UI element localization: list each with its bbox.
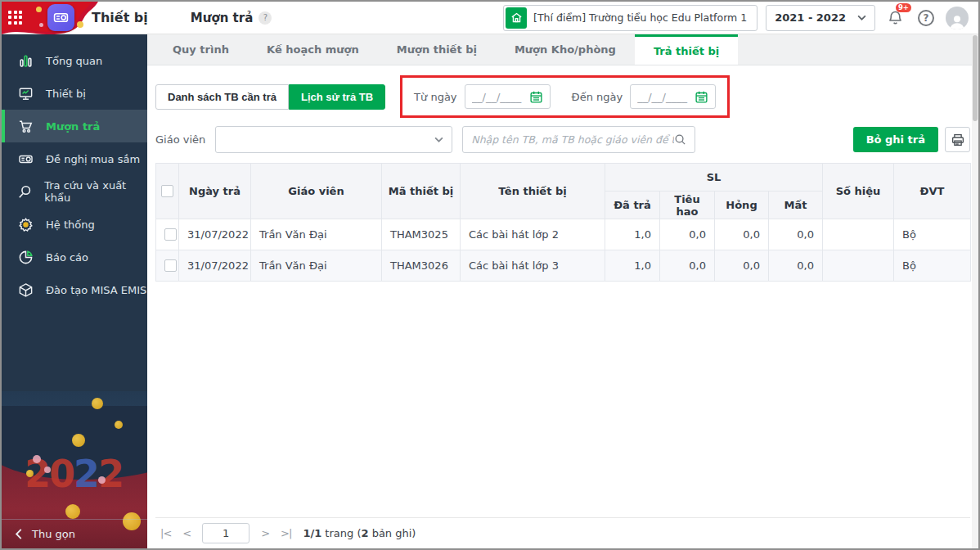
cell-broken: 0,0 [715, 250, 769, 282]
col-so-hieu: Số hiệu [823, 164, 894, 219]
prev-page-button[interactable]: < [182, 527, 191, 539]
first-page-button[interactable]: |< [160, 527, 171, 539]
coin-decor [72, 434, 85, 447]
notification-bell-button[interactable]: 9+ [883, 7, 906, 29]
tab-tra-thiet-bi[interactable]: Trả thiết bị [635, 34, 738, 65]
col-da-tra: Đã trả [605, 192, 660, 219]
page-number-input[interactable]: 1 [202, 523, 249, 543]
page-help-icon[interactable]: ? [258, 11, 272, 25]
from-date-input[interactable] [472, 91, 523, 103]
school-year-value: 2021 - 2022 [775, 11, 846, 24]
collapse-label: Thu gọn [32, 528, 75, 540]
row-checkbox[interactable] [164, 228, 177, 241]
table-row[interactable]: 31/07/2022 Trần Văn Đại THAM3025 Các bài… [156, 219, 971, 250]
content-spacer [155, 282, 970, 517]
chevron-down-icon [434, 137, 443, 142]
tab-label: Mượn Kho/phòng [515, 43, 616, 56]
topbar: Thiết bị Mượn trả ? [Thí điểm] Trường ti… [2, 2, 978, 34]
from-date-field[interactable] [465, 84, 551, 109]
main-area: Quy trình Kế hoạch mượn Mượn thiết bị Mư… [147, 34, 978, 548]
tab-ke-hoach-muon[interactable]: Kế hoạch mượn [248, 34, 378, 65]
sidebar-item-he-thong[interactable]: Hệ thống [2, 208, 147, 241]
col-ngay-tra: Ngày trả [179, 164, 251, 219]
select-all-header [156, 164, 179, 219]
table-row[interactable]: 31/07/2022 Trần Văn Đại THAM3026 Các bài… [156, 250, 971, 282]
tab-quy-trinh[interactable]: Quy trình [154, 34, 248, 65]
tab-label: Quy trình [173, 43, 229, 56]
row-checkbox[interactable] [164, 259, 177, 272]
pagination-bar: |< < 1 > >| 1/1 trang (2 bản ghi) [155, 517, 970, 548]
sidebar-item-tra-cuu[interactable]: Tra cứu và xuất khẩu [2, 175, 147, 208]
scrollbar-thumb[interactable] [973, 35, 978, 121]
blossom-decor [33, 455, 41, 463]
printer-icon [951, 133, 965, 147]
sidebar-item-label: Mượn trả [46, 120, 100, 133]
tab-muon-kho-phong[interactable]: Mượn Kho/phòng [496, 34, 635, 65]
last-page-button[interactable]: >| [281, 527, 291, 539]
tabbar: Quy trình Kế hoạch mượn Mượn thiết bị Mư… [147, 34, 978, 65]
projector-glyph [53, 10, 69, 25]
cell-consumed: 0,0 [660, 250, 715, 282]
blossom-decor [98, 476, 106, 484]
search-icon[interactable] [674, 133, 686, 146]
sidebar-item-muon-tra[interactable]: Mượn trả [2, 110, 147, 142]
from-date-group: Từ ngày [414, 84, 550, 109]
sidebar-collapse-button[interactable]: Thu gọn [2, 519, 147, 548]
col-tieu-hao: Tiêu hao [660, 192, 715, 219]
pagination-summary: 1/1 trang (2 bản ghi) [303, 527, 416, 539]
search-input[interactable] [471, 133, 674, 146]
cube-icon [16, 282, 35, 298]
tab-content: Danh sách TB cần trả Lịch sử trả TB Từ n… [147, 65, 978, 548]
cell-date: 31/07/2022 [179, 250, 251, 282]
list-to-return-button[interactable]: Danh sách TB cần trả [155, 84, 289, 110]
col-sl-group: SL [605, 164, 823, 192]
chevron-down-icon [857, 15, 866, 20]
cell-teacher: Trần Văn Đại [251, 219, 382, 250]
cancel-return-button[interactable]: Bỏ ghi trả [853, 127, 938, 152]
person-icon [948, 13, 966, 29]
cell-returned: 1,0 [605, 219, 660, 250]
page-info: 1/1 [303, 527, 321, 539]
sidebar-item-de-nghi-mua-sam[interactable]: Đề nghị mua sắm [2, 142, 147, 175]
coin-decor [65, 504, 80, 519]
tab-muon-thiet-bi[interactable]: Mượn thiết bị [378, 34, 496, 65]
cell-serial [823, 219, 894, 250]
blossom-decor [44, 467, 51, 473]
help-button[interactable]: ? [915, 7, 937, 29]
calendar-icon[interactable] [695, 90, 708, 104]
app-title: Thiết bị [92, 10, 148, 25]
cell-broken: 0,0 [715, 219, 769, 250]
vertical-scrollbar[interactable] [972, 34, 978, 548]
to-date-input[interactable] [637, 91, 688, 103]
actions-right: Bỏ ghi trả [853, 127, 970, 152]
search-box[interactable] [462, 126, 695, 153]
return-history-button[interactable]: Lịch sử trả TB [289, 84, 385, 110]
sidebar-item-bao-cao[interactable]: Báo cáo [2, 241, 147, 273]
teacher-dropdown[interactable] [215, 126, 452, 153]
cell-unit: Bộ [894, 250, 971, 282]
record-count: 2 [361, 527, 368, 539]
view-segmented-control: Danh sách TB cần trả Lịch sử trả TB [155, 84, 385, 110]
sidebar-item-tong-quan[interactable]: Tổng quan [2, 44, 147, 77]
school-year-dropdown[interactable]: 2021 - 2022 [766, 5, 875, 31]
to-date-field[interactable] [630, 84, 716, 109]
next-page-button[interactable]: > [261, 527, 269, 539]
school-selector[interactable]: [Thí điểm] Trường tiểu học Edu Platform … [503, 5, 757, 31]
col-mat: Mất [769, 192, 823, 219]
tab-label: Mượn thiết bị [397, 43, 477, 56]
topbar-right: [Thí điểm] Trường tiểu học Edu Platform … [503, 5, 978, 31]
sidebar-item-label: Thiết bị [46, 88, 86, 100]
question-icon: ? [918, 10, 934, 26]
notification-badge: 9+ [896, 3, 911, 12]
print-button[interactable] [945, 127, 970, 152]
device-app-logo[interactable] [47, 4, 74, 31]
sidebar-item-dao-tao[interactable]: Đào tạo MISA EMIS [2, 273, 147, 306]
gold-dot-decor [77, 21, 83, 28]
select-all-checkbox[interactable] [161, 185, 173, 197]
brand-banner [2, 2, 98, 34]
sidebar-item-thiet-bi[interactable]: Thiết bị [2, 77, 147, 110]
app-launcher-icon[interactable] [8, 11, 23, 25]
user-avatar[interactable] [946, 7, 969, 29]
calendar-icon[interactable] [529, 90, 543, 104]
col-ten-thiet-bi: Tên thiết bị [461, 164, 605, 219]
